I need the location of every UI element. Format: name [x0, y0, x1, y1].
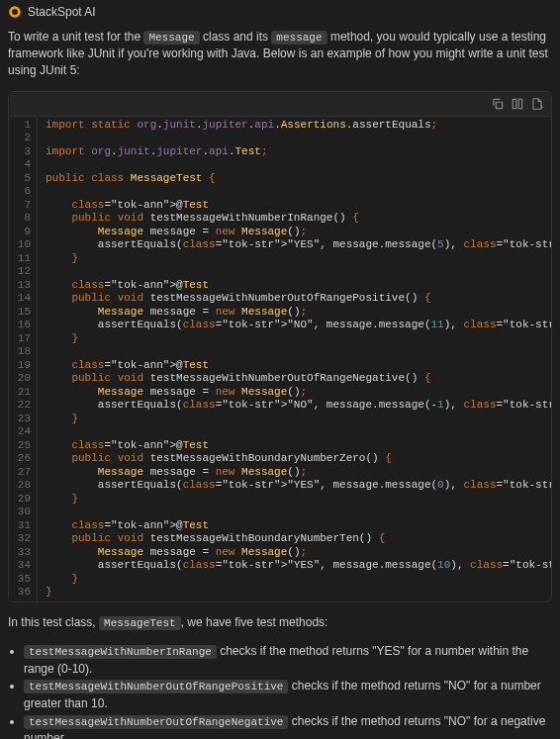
code-line: import org.junit.jupiter.api.Test; — [38, 145, 551, 159]
code-line — [38, 425, 551, 439]
line-number: 20 — [9, 372, 37, 386]
line-number: 19 — [9, 359, 37, 373]
code-line: assertEquals(class="tok-str">"YES", mess… — [38, 238, 551, 252]
line-number: 3 — [9, 145, 37, 159]
line-number: 29 — [9, 493, 37, 507]
code-line — [38, 265, 551, 279]
code-line: Message message = new Message(); — [38, 386, 551, 400]
line-number: 34 — [9, 559, 37, 573]
new-file-icon[interactable] — [529, 96, 545, 112]
line-number: 5 — [9, 172, 37, 186]
line-number: 31 — [9, 519, 37, 533]
test-method-name: testMessageWithNumberOutOfRangeNegative — [24, 715, 288, 729]
line-number: 33 — [9, 546, 37, 560]
line-number: 6 — [9, 185, 37, 199]
brand-logo-icon — [8, 5, 22, 19]
code-line — [38, 132, 551, 145]
code-line: } — [38, 252, 551, 266]
line-number: 15 — [9, 306, 37, 320]
line-number: 35 — [9, 573, 37, 587]
list-item: testMessageWithNumberInRange checks if t… — [24, 643, 552, 677]
line-number: 36 — [9, 586, 37, 600]
code-line: } — [38, 573, 551, 587]
insert-icon[interactable] — [510, 96, 525, 112]
code-line: import static org.junit.jupiter.api.Asse… — [38, 119, 551, 133]
code-toolbar — [9, 92, 551, 117]
code-line: assertEquals(class="tok-str">"YES", mess… — [38, 559, 551, 573]
list-item: testMessageWithNumberOutOfRangePositive … — [24, 678, 552, 711]
intro-text-2: class and its — [200, 30, 272, 44]
svg-rect-4 — [518, 99, 522, 108]
line-number: 32 — [9, 532, 37, 546]
code-body: 1234567891011121314151617181920212223242… — [9, 117, 551, 601]
code-line: public void testMessageWithBoundaryNumbe… — [38, 532, 551, 546]
copy-icon[interactable] — [490, 96, 506, 112]
explain-text-2: , we have five test methods: — [181, 615, 328, 629]
test-method-name: testMessageWithNumberOutOfRangePositive — [24, 680, 288, 693]
code-line: Message message = new Message(); — [38, 466, 551, 480]
code-line: Message message = new Message(); — [38, 306, 551, 320]
code-line: } — [38, 493, 551, 507]
explain-intro: In this test class, MessageTest, we have… — [0, 606, 560, 639]
line-number: 4 — [9, 158, 37, 172]
line-number: 10 — [9, 238, 37, 252]
line-number: 7 — [9, 199, 37, 213]
line-number-gutter: 1234567891011121314151617181920212223242… — [9, 117, 38, 601]
code-line: public void testMessageWithNumberOutOfRa… — [38, 372, 551, 386]
explain-text-1: In this test class, — [8, 615, 99, 629]
line-number: 14 — [9, 292, 37, 306]
line-number: 22 — [9, 399, 37, 413]
line-number: 17 — [9, 332, 37, 346]
list-item: testMessageWithNumberOutOfRangeNegative … — [24, 713, 552, 739]
line-number: 8 — [9, 212, 37, 226]
line-number: 28 — [9, 479, 37, 493]
code-line: assertEquals(class="tok-str">"NO", messa… — [38, 399, 551, 413]
code-line: class="tok-ann">@Test — [38, 439, 551, 453]
inline-code-test-class: MessageTest — [99, 616, 181, 630]
test-method-list: testMessageWithNumberInRange checks if t… — [24, 643, 552, 739]
brand-name: StackSpot AI — [28, 4, 96, 21]
code-line: assertEquals(class="tok-str">"YES", mess… — [38, 479, 551, 493]
code-line: } — [38, 332, 551, 346]
svg-rect-3 — [513, 99, 516, 108]
code-line — [38, 185, 551, 199]
line-number: 12 — [9, 265, 37, 279]
svg-point-1 — [12, 9, 18, 15]
line-number: 18 — [9, 345, 37, 359]
code-line — [38, 506, 551, 519]
line-number: 1 — [9, 119, 37, 133]
code-line: public class MessageTest { — [38, 172, 551, 186]
code-block: 1234567891011121314151617181920212223242… — [8, 91, 552, 602]
inline-code-message-method: message — [271, 31, 327, 45]
line-number: 25 — [9, 439, 37, 453]
line-number: 11 — [9, 252, 37, 266]
line-number: 9 — [9, 226, 37, 239]
line-number: 2 — [9, 132, 37, 145]
line-number: 26 — [9, 452, 37, 466]
line-number: 21 — [9, 386, 37, 400]
inline-code-message-class: Message — [143, 31, 199, 45]
test-method-name: testMessageWithNumberInRange — [24, 645, 217, 659]
code-line: Message message = new Message(); — [38, 226, 551, 239]
code-line: public void testMessageWithBoundaryNumbe… — [38, 452, 551, 466]
intro-paragraph: To write a unit test for the Message cla… — [0, 25, 560, 87]
line-number: 30 — [9, 506, 37, 519]
code-line: Message message = new Message(); — [38, 546, 551, 560]
code-line: } — [38, 413, 551, 426]
svg-rect-2 — [496, 102, 502, 108]
code-line: class="tok-ann">@Test — [38, 199, 551, 213]
code-line: assertEquals(class="tok-str">"NO", messa… — [38, 319, 551, 332]
line-number: 24 — [9, 425, 37, 439]
line-number: 23 — [9, 413, 37, 426]
app-header: StackSpot AI — [0, 0, 560, 25]
code-line: class="tok-ann">@Test — [38, 279, 551, 293]
intro-text-1: To write a unit test for the — [8, 30, 143, 44]
code-line — [38, 345, 551, 359]
code-content[interactable]: import static org.junit.jupiter.api.Asse… — [38, 117, 551, 601]
line-number: 13 — [9, 279, 37, 293]
line-number: 16 — [9, 319, 37, 332]
code-line: public void testMessageWithNumberOutOfRa… — [38, 292, 551, 306]
code-line: public void testMessageWithNumberInRange… — [38, 212, 551, 226]
code-line: } — [38, 586, 551, 600]
code-line: class="tok-ann">@Test — [38, 359, 551, 373]
